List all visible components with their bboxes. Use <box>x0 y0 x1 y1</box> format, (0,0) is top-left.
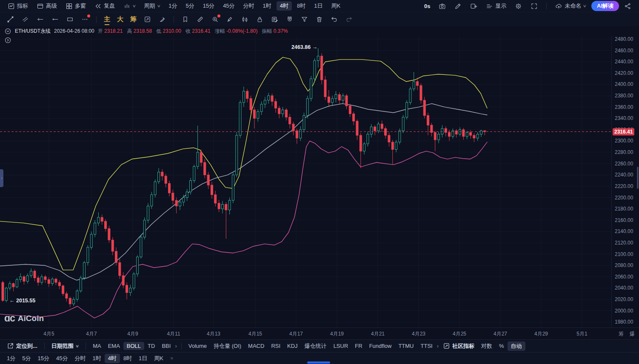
locate-button[interactable]: 定位到... <box>3 341 41 351</box>
parallel-lines-tool[interactable] <box>18 15 32 24</box>
replay-button[interactable]: 复盘 <box>91 1 118 11</box>
sub-liquidation-stats[interactable]: 爆仓统计 <box>301 341 330 351</box>
expand-panel-icon[interactable] <box>4 37 11 44</box>
sub-fr[interactable]: FR <box>351 342 365 350</box>
overlay-ma[interactable]: MA <box>89 342 105 350</box>
bookmark-tool[interactable] <box>178 15 192 24</box>
delete-tool[interactable] <box>312 15 326 24</box>
sub-ttmu[interactable]: TTMU <box>395 342 417 350</box>
btf-4h[interactable]: 4时 <box>105 354 120 363</box>
btf-15m[interactable]: 15分 <box>34 354 52 363</box>
sub-macd[interactable]: MACD <box>245 342 268 350</box>
scale-auto[interactable]: 自动 <box>508 341 525 351</box>
right-scrollbar-thumb[interactable] <box>637 167 639 189</box>
multi-window-button[interactable]: 多窗 <box>62 1 89 11</box>
axis-extra-toggles[interactable]: 筹爆 <box>619 330 635 338</box>
tf-1h[interactable]: 1时 <box>260 1 275 11</box>
tf-15m[interactable]: 15分 <box>200 1 218 11</box>
filter-tool[interactable] <box>297 15 311 24</box>
template-button[interactable] <box>140 15 154 24</box>
tf-4h[interactable]: 4时 <box>277 1 292 11</box>
left-panel-handle[interactable]: › <box>0 169 3 187</box>
brush-tool[interactable] <box>155 15 169 24</box>
layout-select[interactable]: 未命名∨ <box>552 1 590 11</box>
screenshot-button[interactable] <box>435 2 449 11</box>
axis-toggle-筹[interactable]: 筹 <box>619 330 624 338</box>
chart-area[interactable]: 2480.002460.002440.002420.002400.002380.… <box>0 36 639 327</box>
tf-1d[interactable]: 1日 <box>311 1 326 11</box>
sub-rsi[interactable]: RSI <box>268 342 284 350</box>
community-indicators-button[interactable]: 社区指标 <box>439 341 478 351</box>
date-range-button[interactable]: 日期范围∨ <box>48 341 82 351</box>
btf-1h[interactable]: 1时 <box>89 354 104 363</box>
sub-lsur[interactable]: LSUR <box>330 342 352 350</box>
order-note-tool[interactable] <box>268 15 282 24</box>
magnet-tool[interactable] <box>282 15 297 24</box>
collapse-circle-icon[interactable] <box>4 28 11 35</box>
horizontal-line-tool[interactable] <box>33 15 47 24</box>
chevron-down-icon: ∨ <box>132 4 136 8</box>
overlay-more[interactable]: › <box>174 342 177 350</box>
indicator-button[interactable]: 指标 <box>4 1 31 11</box>
tf-5m[interactable]: 5分 <box>182 1 197 11</box>
overlay-bbi[interactable]: BBI <box>158 342 174 350</box>
period-select[interactable]: 周期∨ <box>141 1 164 11</box>
symbol-name[interactable]: ETH/USDT永续 <box>15 28 51 35</box>
overlay-boll[interactable]: BOLL <box>123 342 144 350</box>
sub-more[interactable]: › <box>436 342 439 350</box>
enlarge-chart-button[interactable]: 大 <box>114 14 126 24</box>
overlay-td[interactable]: TD <box>144 342 158 350</box>
axis-toggle-爆[interactable]: 爆 <box>630 330 635 338</box>
pencil-icon-wrap <box>454 3 462 10</box>
tf-8h[interactable]: 8时 <box>294 1 309 11</box>
btf-1d[interactable]: 1日 <box>135 354 151 363</box>
candlestick-chart[interactable] <box>0 36 611 327</box>
ai-analysis-button[interactable]: AI解读 <box>591 1 619 11</box>
draw-edit-button[interactable] <box>451 2 465 11</box>
advanced-button-label: 高级 <box>46 2 57 10</box>
btf-1m[interactable]: 1分 <box>3 354 19 363</box>
sub-volume[interactable]: Volume <box>185 342 210 350</box>
display-button[interactable]: 显示 <box>482 1 510 11</box>
chart-style-select[interactable]: ∨ <box>120 2 139 11</box>
countdown[interactable]: 0s <box>421 2 434 10</box>
tf-fenshi[interactable]: 分时 <box>240 1 258 11</box>
sub-open-interest[interactable]: 持仓量 (OI) <box>210 341 245 351</box>
tf-1w[interactable]: 周K <box>328 1 344 11</box>
sub-ttsi[interactable]: TTSI <box>417 342 436 350</box>
chip-distribution-button[interactable]: 筹 <box>127 14 140 24</box>
sub-fundflow[interactable]: Fundflow <box>366 342 395 350</box>
lock-tool[interactable] <box>253 15 267 24</box>
btf-8h[interactable]: 8时 <box>120 354 135 363</box>
btf-fenshi[interactable]: 分时 <box>71 354 89 363</box>
date-axis[interactable]: 筹爆 4月54月74月94月114月134月154月174月194月214月23… <box>0 327 639 339</box>
sub-kdj[interactable]: KDJ <box>284 342 301 350</box>
zoom-in-tool[interactable] <box>208 15 222 24</box>
btf-1w[interactable]: 周K <box>151 354 167 363</box>
undo-button[interactable] <box>327 15 341 24</box>
price-axis[interactable]: 2480.002460.002440.002420.002400.002380.… <box>611 36 639 327</box>
redo-button[interactable] <box>342 15 356 24</box>
more-tools[interactable] <box>78 15 92 24</box>
scale-percent[interactable]: % <box>496 342 508 350</box>
btf-45m[interactable]: 45分 <box>53 354 71 363</box>
bottom-scroll-handle[interactable] <box>307 361 330 364</box>
main-chart-button[interactable]: 主 <box>101 14 113 24</box>
rectangle-tool[interactable] <box>63 15 77 24</box>
compare-tool[interactable] <box>238 15 252 24</box>
settings-button[interactable] <box>511 2 525 11</box>
tf-1m[interactable]: 1分 <box>165 1 180 11</box>
advanced-button[interactable]: 高级 <box>33 1 60 11</box>
tf-45m[interactable]: 45分 <box>220 1 238 11</box>
measure-tool[interactable] <box>193 15 207 24</box>
close-tab-button[interactable]: × <box>167 354 177 362</box>
overlay-ema[interactable]: EMA <box>105 342 123 350</box>
trendline-tool[interactable] <box>3 15 17 24</box>
ray-tool[interactable] <box>48 15 62 24</box>
fullscreen-button[interactable] <box>527 2 541 11</box>
pen-tool[interactable] <box>223 15 237 24</box>
popout-button[interactable] <box>467 2 481 11</box>
share-button[interactable] <box>621 2 635 11</box>
scale-log[interactable]: 对数 <box>478 341 496 351</box>
btf-5m[interactable]: 5分 <box>19 354 34 363</box>
